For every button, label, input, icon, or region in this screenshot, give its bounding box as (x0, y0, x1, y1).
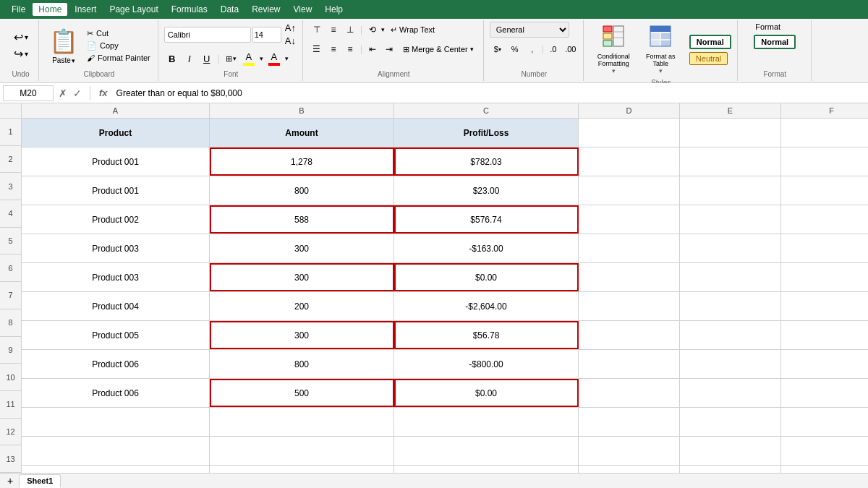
cancel-formula-button[interactable]: ✗ (56, 87, 69, 99)
font-color-dropdown[interactable]: ▾ (284, 53, 290, 64)
cell-f11[interactable] (781, 408, 868, 436)
col-header-e[interactable]: E (680, 103, 781, 118)
col-header-a[interactable]: A (22, 103, 210, 118)
cell-a8[interactable]: Product 005 (22, 321, 210, 349)
row-header-2[interactable]: 2 (0, 146, 21, 174)
row-header-10[interactable]: 10 (0, 364, 21, 391)
cell-d2[interactable] (579, 147, 680, 176)
cell-b12[interactable] (210, 437, 394, 465)
row-header-11[interactable]: 11 (0, 391, 21, 419)
cell-e8[interactable] (680, 321, 781, 349)
cell-d3[interactable] (579, 176, 680, 205)
menu-insert[interactable]: Insert (69, 3, 102, 16)
cell-f3[interactable] (781, 176, 868, 205)
format-normal-button[interactable]: Normal (754, 35, 796, 49)
cell-b11[interactable] (210, 408, 394, 436)
cell-a1[interactable]: Product (22, 119, 210, 147)
conditional-format-dropdown[interactable]: ▾ (612, 67, 616, 74)
align-top-button[interactable]: ⊤ (309, 22, 325, 37)
cell-f8[interactable] (781, 321, 868, 349)
cell-a3[interactable]: Product 001 (22, 176, 210, 205)
cell-f5[interactable] (781, 234, 868, 262)
cell-e2[interactable] (680, 147, 781, 176)
col-header-d[interactable]: D (579, 103, 680, 118)
cell-a4[interactable]: Product 002 (22, 205, 210, 234)
row-header-5[interactable]: 5 (0, 228, 21, 255)
cell-a10[interactable]: Product 006 (22, 379, 210, 407)
menu-help[interactable]: Help (319, 3, 349, 16)
cut-button[interactable]: ✂ Cut (84, 28, 153, 39)
row-header-4[interactable]: 4 (0, 200, 21, 228)
paste-label[interactable]: Paste▾ (52, 56, 75, 64)
cell-d10[interactable] (579, 379, 680, 407)
cell-a9[interactable]: Product 006 (22, 350, 210, 378)
row-header-6[interactable]: 6 (0, 254, 21, 282)
cell-f7[interactable] (781, 292, 868, 320)
align-middle-button[interactable]: ≡ (326, 22, 341, 37)
cell-c7[interactable]: -$2,604.00 (394, 292, 579, 320)
cell-b1[interactable]: Amount (210, 119, 394, 147)
cell-f13[interactable] (781, 466, 868, 473)
menu-file[interactable]: File (6, 3, 31, 16)
merge-dropdown[interactable]: ▾ (470, 46, 474, 53)
cell-b7[interactable]: 200 (210, 292, 394, 320)
cell-f6[interactable] (781, 263, 868, 291)
italic-button[interactable]: I (182, 51, 197, 67)
menu-formulas[interactable]: Formulas (166, 3, 213, 16)
cell-a7[interactable]: Product 004 (22, 292, 210, 320)
cell-c13[interactable] (394, 466, 579, 473)
wrap-text-button[interactable]: ↵ Wrap Text (386, 22, 440, 38)
shrink-font-button[interactable]: A↓ (283, 35, 298, 47)
cell-c12[interactable] (394, 437, 579, 465)
cell-b10[interactable]: 500 (210, 379, 394, 407)
cell-d1[interactable] (579, 119, 680, 147)
align-left-button[interactable]: ☰ (309, 42, 325, 56)
text-rotate-button[interactable]: ⟲ (365, 22, 380, 37)
format-table-dropdown[interactable]: ▾ (659, 67, 663, 74)
align-bottom-button[interactable]: ⊥ (342, 22, 358, 37)
cell-d9[interactable] (579, 350, 680, 378)
bold-button[interactable]: B (164, 51, 180, 67)
format-as-table-button[interactable]: Format as Table ▾ (638, 23, 684, 76)
conditional-formatting-button[interactable]: Conditional Formatting ▾ (591, 23, 637, 76)
cell-a5[interactable]: Product 003 (22, 234, 210, 262)
menu-data[interactable]: Data (215, 3, 244, 16)
cell-b4[interactable]: 588 (210, 205, 394, 234)
cell-d4[interactable] (579, 205, 680, 234)
decrease-decimal-button[interactable]: .0 (545, 42, 561, 56)
format-label-button[interactable]: Format (752, 22, 797, 32)
cell-c11[interactable] (394, 408, 579, 436)
underline-button[interactable]: U (199, 51, 215, 67)
row-header-13[interactable]: 13 (0, 445, 21, 473)
cell-d8[interactable] (579, 321, 680, 349)
cell-c10[interactable]: $0.00 (394, 379, 579, 407)
redo-button[interactable]: ↪ ▾ (11, 46, 31, 61)
cell-a12[interactable] (22, 437, 210, 465)
cell-e11[interactable] (680, 408, 781, 436)
cell-d13[interactable] (579, 466, 680, 473)
normal-style-button[interactable]: Normal (689, 35, 731, 49)
cell-e3[interactable] (680, 176, 781, 205)
col-header-b[interactable]: B (210, 103, 394, 118)
cell-b13[interactable] (210, 466, 394, 473)
fill-color-button[interactable]: A (241, 51, 257, 67)
grow-font-button[interactable]: A↑ (283, 22, 298, 34)
cell-f1[interactable] (781, 119, 868, 147)
font-name-input[interactable] (164, 27, 251, 43)
fill-color-dropdown[interactable]: ▾ (258, 53, 265, 64)
cell-a2[interactable]: Product 001 (22, 147, 210, 176)
row-header-9[interactable]: 9 (0, 337, 21, 364)
cell-c5[interactable]: -$163.00 (394, 234, 579, 262)
add-sheet-button[interactable]: + (3, 474, 17, 488)
cell-e7[interactable] (680, 292, 781, 320)
cell-e13[interactable] (680, 466, 781, 473)
text-rotate-dropdown[interactable]: ▾ (381, 26, 385, 33)
currency-button[interactable]: $▾ (490, 42, 506, 56)
comma-button[interactable]: , (524, 42, 540, 56)
col-header-c[interactable]: C (394, 103, 579, 118)
menu-view[interactable]: View (288, 3, 318, 16)
cell-f10[interactable] (781, 379, 868, 407)
cell-a6[interactable]: Product 003 (22, 263, 210, 291)
cell-c8[interactable]: $56.78 (394, 321, 579, 349)
row-header-12[interactable]: 12 (0, 419, 21, 446)
